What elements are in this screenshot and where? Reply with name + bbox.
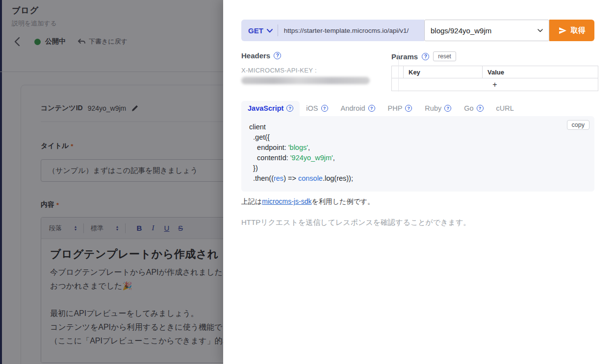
api-preview-modal: GET https://starter-template.microcms.io… [223,0,615,364]
column-divider [398,51,399,92]
add-param-button[interactable]: + [392,78,598,91]
code-text: client [249,123,266,131]
code-text: , [308,144,310,151]
send-icon [559,27,567,34]
tab-label: cURL [496,104,514,112]
note-suffix: を利用した例です。 [311,197,374,205]
code-text: .then(( [249,174,274,182]
tab-label: Go [464,104,473,112]
chevron-down-icon[interactable] [267,29,273,33]
params-section: Params ? reset Key Value + [391,51,598,91]
code-string: 'blogs' [288,144,308,151]
code-text: }) [249,164,258,172]
params-header-row: Key Value [392,66,598,78]
code-text: contentId: [249,154,290,162]
tab-go[interactable]: Go ? [458,101,489,116]
add-param-row: + [392,78,598,91]
headers-title: Headers [241,51,270,60]
help-icon[interactable]: ? [274,52,281,59]
tab-ios[interactable]: iOS ? [300,101,334,116]
headers-section: Headers ? X-MICROCMS-API-KEY : [241,51,370,91]
http-method-select[interactable]: GET [248,26,263,35]
params-table: Key Value + [391,66,598,91]
tab-javascript[interactable]: JavaScript ? [241,101,300,116]
tab-label: PHP [388,104,403,112]
code-line: client [249,122,587,132]
tab-curl[interactable]: cURL [490,101,520,116]
request-bar: GET https://starter-template.microcms.io… [241,20,594,41]
tab-label: iOS [306,104,318,112]
code-line: endpoint: 'blogs', [249,143,587,153]
preview-description: HTTPリクエストを送信してレスポンスを確認することができます。 [241,218,615,227]
help-icon[interactable]: ? [405,105,412,112]
tab-label: Ruby [425,104,441,112]
method-url-segment: GET https://starter-template.microcms.io… [241,20,424,41]
endpoint-select[interactable]: blogs/924yo_w9jm [424,20,549,41]
language-tabs: JavaScript ? iOS ? Android ? PHP ? Ruby … [241,101,594,116]
chevron-down-icon [538,29,543,32]
code-sample-block: copy client .get({ endpoint: 'blogs', co… [241,116,594,192]
code-identifier: res [274,174,283,182]
help-icon[interactable]: ? [368,105,375,112]
code-string: '924yo_w9jm' [290,154,333,162]
params-title: Params [391,52,418,61]
param-key-column: Key [404,66,483,78]
note-prefix: 上記は [241,197,262,205]
tab-php[interactable]: PHP ? [382,101,419,116]
api-key-label: X-MICROCMS-API-KEY : [241,67,370,74]
reset-params-button[interactable]: reset [433,51,456,61]
sdk-note: 上記はmicrocms-js-sdkを利用した例です。 [241,197,615,206]
sdk-link[interactable]: microcms-js-sdk [262,197,311,205]
code-text: .log(res)); [323,174,353,182]
code-text: .get({ [249,133,270,141]
code-line: .then((res) => console.log(res)); [249,173,587,184]
tab-android[interactable]: Android ? [334,101,382,116]
fetch-button[interactable]: 取得 [549,20,594,41]
code-line: .get({ [249,132,587,143]
api-key-value-redacted [241,77,370,84]
help-icon[interactable]: ? [321,105,328,112]
param-check-column [392,66,404,78]
help-icon[interactable]: ? [286,105,293,112]
headers-params-row: Headers ? X-MICROCMS-API-KEY : Params ? … [241,51,594,91]
help-icon[interactable]: ? [422,53,429,60]
tab-label: Android [341,104,365,112]
code-text: endpoint: [249,144,288,151]
code-text: ) => [283,174,298,182]
code-text: , [333,154,335,162]
copy-button[interactable]: copy [567,120,589,130]
help-icon[interactable]: ? [444,105,451,112]
code-line: contentId: '924yo_w9jm', [249,153,587,163]
param-value-column: Value [483,66,598,78]
code-identifier: console [298,174,323,182]
tab-ruby[interactable]: Ruby ? [418,101,458,116]
code-line: }) [249,163,587,173]
base-url-text: https://starter-template.microcms.io/api… [278,27,409,34]
fetch-label: 取得 [571,26,586,35]
screen: ブログ 説明を追加する 公開中 下書きに戻す コンテンツID 924yo_w9j… [0,0,615,364]
endpoint-value: blogs/924yo_w9jm [431,26,491,35]
tab-label: JavaScript [248,104,283,112]
help-icon[interactable]: ? [477,105,484,112]
